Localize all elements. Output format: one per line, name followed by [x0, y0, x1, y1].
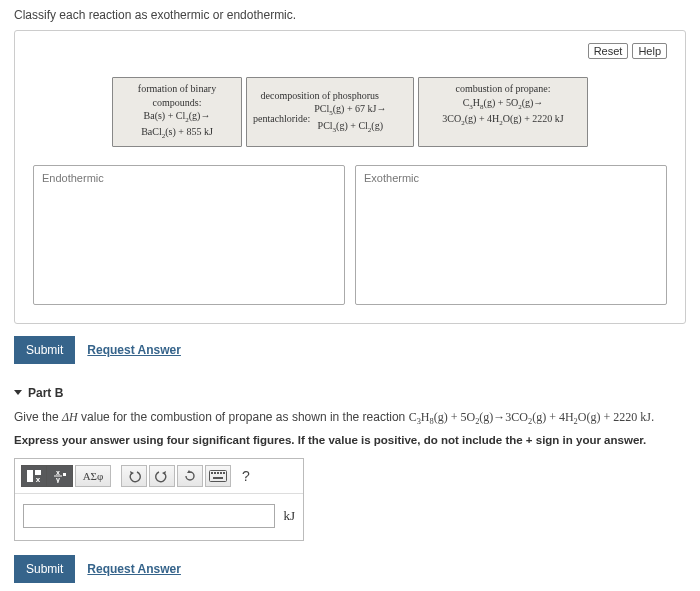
help-icon[interactable]: ? [233, 465, 259, 487]
svg-rect-12 [223, 472, 225, 474]
card-title: decomposition of phosphorus [261, 89, 379, 103]
card-decomposition[interactable]: decomposition of phosphorus pentachlorid… [246, 77, 414, 147]
reset-button[interactable]: Reset [588, 43, 629, 59]
request-answer-link[interactable]: Request Answer [87, 562, 181, 576]
redo-icon[interactable] [149, 465, 175, 487]
keyboard-icon[interactable] [205, 465, 231, 487]
dropzone-exothermic[interactable]: Exothermic [355, 165, 667, 305]
svg-rect-11 [220, 472, 222, 474]
classify-panel: Reset Help formation of binary compounds… [14, 30, 686, 324]
undo-icon[interactable] [121, 465, 147, 487]
unit-label: kJ [283, 508, 295, 524]
reaction-cards: formation of binary compounds: Ba(s) + C… [33, 77, 667, 147]
answer-entry: x xy ΑΣφ ? kJ [14, 458, 304, 541]
part-b-title: Part B [28, 386, 63, 400]
card-formation[interactable]: formation of binary compounds: Ba(s) + C… [112, 77, 242, 147]
card-line: Ba(s) + Cl2(g)→ [119, 109, 235, 125]
svg-text:x: x [36, 475, 41, 483]
svg-text:x: x [56, 469, 60, 476]
card-line: PCl5(g) + 67 kJ→ [314, 102, 386, 118]
card-line: 3CO2(g) + 4H2O(g) + 2220 kJ [425, 112, 581, 128]
equation-toolbar: x xy ΑΣφ ? [15, 459, 303, 494]
card-title: formation of binary compounds: [119, 82, 235, 109]
svg-rect-9 [214, 472, 216, 474]
question-prompt: Classify each reaction as exothermic or … [14, 8, 686, 22]
instruction-text: Express your answer using four significa… [14, 434, 686, 446]
answer-input[interactable] [23, 504, 275, 528]
part-b-header[interactable]: Part B [14, 386, 686, 400]
card-line: C3H8(g) + 5O2(g)→ [425, 96, 581, 112]
greek-button[interactable]: ΑΣφ [75, 465, 111, 487]
submit-button[interactable]: Submit [14, 555, 75, 583]
svg-rect-10 [217, 472, 219, 474]
card-line: PCl3(g) + Cl2(g) [314, 119, 386, 135]
submit-button[interactable]: Submit [14, 336, 75, 364]
card-combustion[interactable]: combustion of propane: C3H8(g) + 5O2(g)→… [418, 77, 588, 147]
dropzone-endothermic[interactable]: Endothermic [33, 165, 345, 305]
svg-rect-6 [63, 473, 66, 476]
card-title: combustion of propane: [425, 82, 581, 96]
svg-rect-8 [211, 472, 213, 474]
svg-rect-13 [213, 477, 223, 479]
help-button[interactable]: Help [632, 43, 667, 59]
svg-rect-0 [27, 470, 33, 482]
card-line: BaCl2(s) + 855 kJ [119, 125, 235, 141]
reset-icon[interactable] [177, 465, 203, 487]
caret-icon [14, 390, 22, 395]
part-b-description: Give the ΔH value for the combustion of … [14, 410, 686, 426]
fraction-icon[interactable]: xy [47, 465, 73, 487]
template-icon[interactable]: x [21, 465, 47, 487]
card-pre: pentachloride: [253, 112, 310, 126]
svg-text:y: y [56, 476, 60, 483]
request-answer-link[interactable]: Request Answer [87, 343, 181, 357]
